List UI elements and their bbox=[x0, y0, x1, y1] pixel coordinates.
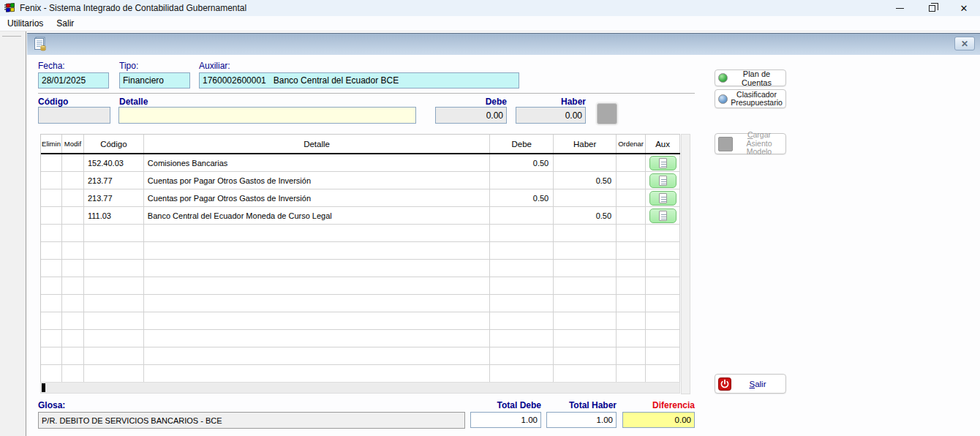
menu-utilitarios[interactable]: Utilitarios bbox=[1, 16, 50, 31]
cell-modif bbox=[62, 295, 84, 312]
cell-aux bbox=[646, 242, 680, 260]
cell-aux bbox=[646, 312, 680, 330]
cell-codigo bbox=[84, 277, 144, 295]
restore-button[interactable] bbox=[916, 0, 948, 16]
glosa-input[interactable]: P/R. DEBITO DE SERVICIOS BANCARIOS - BCE bbox=[38, 412, 465, 429]
table-row[interactable] bbox=[41, 277, 680, 295]
cell-detalle: Banco Central del Ecuador Moneda de Curs… bbox=[144, 207, 490, 225]
table-row[interactable] bbox=[41, 347, 680, 365]
table-row[interactable] bbox=[41, 242, 680, 260]
cell-aux bbox=[646, 225, 680, 242]
table-row[interactable] bbox=[41, 260, 680, 277]
cell-elimin bbox=[41, 225, 62, 242]
table-row[interactable] bbox=[41, 225, 680, 242]
table-row[interactable]: 213.77 Cuentas por Pagar Otros Gastos de… bbox=[41, 189, 680, 207]
entries-table: Elimin Modif Código Detalle Debe Haber O… bbox=[40, 134, 680, 383]
cell-aux bbox=[646, 189, 680, 207]
header-ordenar[interactable]: Ordenar bbox=[617, 135, 646, 153]
aux-button[interactable] bbox=[649, 191, 676, 206]
cell-haber: 0.50 bbox=[554, 207, 617, 225]
add-entry-button[interactable] bbox=[597, 103, 617, 124]
total-debe-field: 1.00 bbox=[470, 412, 541, 428]
table-row[interactable] bbox=[41, 365, 680, 383]
cell-aux bbox=[646, 260, 680, 277]
salir-label: Salir bbox=[733, 380, 783, 388]
header-detalle[interactable]: Detalle bbox=[144, 135, 490, 153]
cell-ordenar bbox=[617, 312, 646, 330]
document-icon bbox=[659, 211, 667, 221]
cell-codigo bbox=[84, 365, 144, 383]
cell-ordenar bbox=[617, 154, 646, 172]
plan-de-cuentas-button[interactable]: Plan de Cuentas bbox=[715, 69, 786, 86]
close-button[interactable]: ✕ bbox=[948, 0, 980, 16]
cell-ordenar bbox=[617, 260, 646, 277]
plan-de-cuentas-label: Plan de Cuentas bbox=[731, 69, 783, 87]
cell-debe bbox=[490, 295, 554, 312]
table-row[interactable]: 111.03 Banco Central del Ecuador Moneda … bbox=[41, 207, 680, 225]
cell-codigo: 213.77 bbox=[84, 189, 144, 207]
cell-aux bbox=[646, 330, 680, 347]
cell-aux bbox=[646, 154, 680, 172]
cell-ordenar bbox=[617, 225, 646, 242]
header-haber[interactable]: Haber bbox=[554, 135, 617, 153]
cell-modif bbox=[62, 277, 84, 295]
cell-codigo bbox=[84, 347, 144, 365]
app-logo-icon bbox=[4, 2, 15, 14]
cell-ordenar bbox=[617, 347, 646, 365]
header-debe[interactable]: Debe bbox=[490, 135, 554, 153]
debe-input[interactable]: 0.00 bbox=[435, 107, 507, 124]
cell-ordenar bbox=[617, 295, 646, 312]
cargar-asiento-modelo-button[interactable]: Cargar Asiento Modelo bbox=[715, 133, 786, 154]
cell-elimin bbox=[41, 260, 62, 277]
table-row[interactable]: 152.40.03 Comisiones Bancarias 0.50 bbox=[41, 154, 680, 172]
auxiliar-field[interactable]: 1760002600001 Banco Central del Ecuador … bbox=[199, 72, 519, 89]
header-elimin[interactable]: Elimin bbox=[41, 135, 62, 153]
clasificador-presupuestario-button[interactable]: Clasificador Presupuestario bbox=[715, 89, 786, 108]
scrollbar-thumb[interactable] bbox=[42, 383, 45, 392]
vertical-scrollbar[interactable] bbox=[681, 134, 690, 394]
cell-detalle bbox=[144, 242, 490, 260]
table-row[interactable]: 213.77 Cuentas por Pagar Otros Gastos de… bbox=[41, 172, 680, 189]
menu-salir[interactable]: Salir bbox=[50, 16, 80, 31]
cell-aux bbox=[646, 347, 680, 365]
aux-button[interactable] bbox=[649, 156, 676, 170]
cell-modif bbox=[62, 189, 84, 207]
cell-aux bbox=[646, 277, 680, 295]
cell-haber bbox=[554, 295, 617, 312]
blue-sphere-icon bbox=[718, 94, 728, 104]
table-header: Elimin Modif Código Detalle Debe Haber O… bbox=[41, 135, 680, 154]
header-aux[interactable]: Aux bbox=[646, 135, 680, 153]
fecha-field[interactable]: 28/01/2025 bbox=[38, 72, 109, 89]
table-row[interactable] bbox=[41, 330, 680, 347]
cell-debe bbox=[490, 172, 554, 189]
cell-modif bbox=[62, 312, 84, 330]
cell-modif bbox=[62, 172, 84, 189]
header-modif[interactable]: Modif bbox=[62, 135, 84, 153]
salir-button[interactable]: Salir bbox=[715, 374, 786, 394]
cell-elimin bbox=[41, 277, 62, 295]
detalle-input[interactable] bbox=[118, 107, 416, 124]
cell-modif bbox=[62, 207, 84, 225]
table-row[interactable] bbox=[41, 295, 680, 312]
minimize-icon bbox=[896, 8, 904, 9]
cell-codigo: 213.77 bbox=[84, 172, 144, 189]
total-haber-field: 1.00 bbox=[546, 412, 617, 428]
cell-modif bbox=[62, 365, 84, 383]
cell-elimin bbox=[41, 207, 62, 225]
journal-entry-form: Fecha: 28/01/2025 Tipo: Financiero Auxil… bbox=[27, 55, 980, 436]
header-codigo[interactable]: Código bbox=[84, 135, 144, 153]
aux-button[interactable] bbox=[649, 208, 676, 223]
minimize-button[interactable] bbox=[883, 0, 916, 16]
codigo-input[interactable] bbox=[38, 107, 110, 124]
haber-input[interactable]: 0.00 bbox=[516, 107, 586, 124]
horizontal-scrollbar[interactable] bbox=[40, 382, 680, 394]
tipo-field[interactable]: Financiero bbox=[119, 72, 190, 89]
aux-button[interactable] bbox=[649, 173, 676, 188]
cell-modif bbox=[62, 242, 84, 260]
panel-close-button[interactable]: ✕ bbox=[954, 37, 975, 50]
cell-codigo: 152.40.03 bbox=[84, 154, 144, 172]
cell-debe: 0.50 bbox=[490, 189, 554, 207]
document-with-coins-icon[interactable] bbox=[33, 36, 49, 52]
haber-label: Haber bbox=[516, 97, 586, 107]
table-row[interactable] bbox=[41, 312, 680, 330]
